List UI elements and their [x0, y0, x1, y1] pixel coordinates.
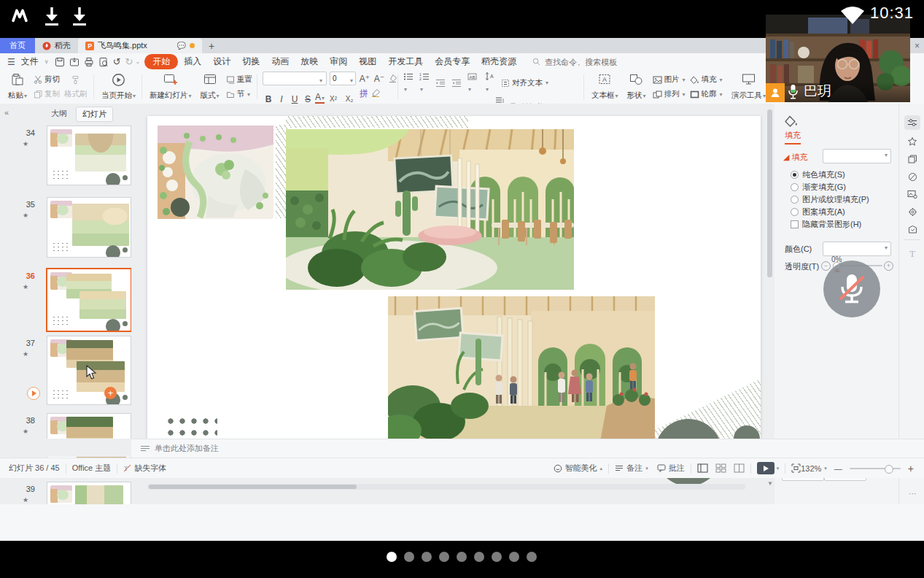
- undo-icon[interactable]: ↺: [113, 56, 121, 67]
- numbered-list-icon[interactable]: 12: [419, 72, 430, 94]
- format-painter-button[interactable]: 格式刷: [64, 88, 88, 101]
- page-indicator-dot[interactable]: [404, 552, 414, 562]
- interior-render-1[interactable]: [286, 129, 574, 290]
- line-spacing-icon[interactable]: A: [485, 72, 495, 94]
- menu-design[interactable]: 设计: [207, 54, 236, 69]
- strikethrough-button[interactable]: S: [302, 94, 314, 104]
- paste-button[interactable]: 粘贴: [6, 72, 29, 101]
- play-options-caret[interactable]: ▾: [777, 466, 780, 471]
- color-dropdown[interactable]: [823, 242, 891, 256]
- radio-gradient-fill[interactable]: [791, 183, 799, 191]
- layout-button[interactable]: 版式: [198, 72, 222, 101]
- increase-font-icon[interactable]: A⁺: [359, 74, 370, 84]
- page-indicator-dot[interactable]: [474, 552, 484, 562]
- insert-slide-here-button[interactable]: +: [104, 387, 117, 399]
- collapse-panel-icon[interactable]: «: [4, 108, 9, 117]
- zoom-level[interactable]: 132%▾: [801, 464, 827, 473]
- tab-home[interactable]: 首页: [0, 38, 35, 53]
- hide-background-checkbox[interactable]: [791, 220, 799, 228]
- menu-transition[interactable]: 切换: [236, 54, 265, 69]
- object-properties-icon[interactable]: [904, 115, 920, 130]
- char-spacing-icon[interactable]: AB: [467, 72, 479, 94]
- h-scroll-thumb[interactable]: [149, 485, 357, 489]
- underline-button[interactable]: U: [289, 94, 300, 104]
- menu-docer-resources[interactable]: 稻壳资源: [475, 54, 522, 69]
- subscript-button[interactable]: X₂: [342, 95, 357, 103]
- thumbnail-canvas[interactable]: [47, 197, 131, 258]
- page-indicator-dot[interactable]: [527, 552, 537, 562]
- notes-bar[interactable]: 单击此处添加备注: [131, 439, 924, 458]
- redo-caret-icon[interactable]: ⌄: [135, 58, 140, 65]
- page-indicator-dot[interactable]: [492, 552, 502, 562]
- v-scroll-thumb[interactable]: [767, 109, 772, 277]
- menu-home[interactable]: 开始: [144, 54, 178, 69]
- increase-indent-icon[interactable]: [451, 79, 462, 88]
- text-box-button[interactable]: A 文本框: [589, 72, 621, 101]
- command-search[interactable]: [532, 57, 641, 67]
- zoom-slider-thumb[interactable]: [885, 465, 893, 474]
- outline-button[interactable]: 轮廓: [690, 88, 723, 101]
- fit-slide-icon[interactable]: [791, 463, 801, 473]
- present-tools-button[interactable]: 演示工具: [729, 72, 768, 101]
- menu-review[interactable]: 审阅: [324, 54, 353, 69]
- bold-button[interactable]: B: [263, 94, 274, 104]
- download-icon[interactable]: [42, 6, 61, 26]
- decrease-indent-icon[interactable]: [435, 79, 446, 88]
- zoom-slider[interactable]: [850, 468, 901, 469]
- zoom-out-button[interactable]: —: [834, 464, 842, 473]
- mute-microphone-button[interactable]: [823, 261, 880, 317]
- reading-view-icon[interactable]: [734, 463, 745, 473]
- normal-view-icon[interactable]: [697, 463, 708, 473]
- fill-button[interactable]: 填充: [690, 73, 723, 86]
- tab-docer[interactable]: 稻壳: [35, 38, 78, 53]
- page-indicator-dot[interactable]: [439, 552, 449, 562]
- download-icon[interactable]: [70, 6, 89, 26]
- new-tab-button[interactable]: +: [202, 38, 221, 53]
- picture-button[interactable]: 图片: [653, 73, 686, 86]
- zoom-in-button[interactable]: +: [908, 463, 914, 474]
- thumbnail-canvas[interactable]: [47, 126, 131, 185]
- slide-thumbnail-37[interactable]: 37 ★ +: [0, 336, 131, 404]
- image-edit-icon[interactable]: [904, 187, 920, 201]
- theme-name[interactable]: Office 主题: [72, 463, 112, 474]
- fill-panel-tab[interactable]: 填充: [785, 130, 801, 144]
- export-icon[interactable]: [69, 57, 79, 67]
- page-indicator-dot[interactable]: [457, 552, 467, 562]
- next-slide-arrow[interactable]: ▼: [767, 480, 773, 487]
- close-window-icon[interactable]: ×: [915, 41, 920, 51]
- arrange-button[interactable]: 排列: [653, 88, 686, 101]
- page-indicator-dot[interactable]: [387, 552, 397, 562]
- missing-fonts-button[interactable]: T 缺失字体: [123, 463, 166, 474]
- font-size-select[interactable]: [330, 72, 356, 85]
- cut-button[interactable]: 剪切: [34, 73, 60, 86]
- slide-thumbnail-34[interactable]: 34 ★: [0, 126, 131, 184]
- radio-pattern-fill[interactable]: [791, 208, 799, 216]
- font-color-button[interactable]: A: [315, 93, 325, 104]
- shapes-button[interactable]: 形状: [625, 72, 648, 101]
- section-button[interactable]: 节: [226, 88, 252, 101]
- horizontal-scrollbar[interactable]: [147, 484, 745, 490]
- floorplan-image[interactable]: [158, 126, 273, 219]
- gradient-fill-label[interactable]: 渐变填充(G): [802, 182, 846, 193]
- print-icon[interactable]: [84, 57, 94, 67]
- smart-beautify-button[interactable]: 智能美化▴: [554, 463, 603, 474]
- radio-picture-fill[interactable]: [791, 196, 799, 204]
- slide-36[interactable]: [147, 116, 761, 463]
- notes-toggle-button[interactable]: 备注▾: [615, 463, 648, 474]
- play-from-page-button[interactable]: 当页开始: [99, 72, 138, 101]
- transparency-minus-button[interactable]: −: [821, 261, 831, 271]
- thumbnail-canvas[interactable]: [46, 268, 132, 332]
- menu-file[interactable]: 文件: [15, 54, 44, 69]
- interior-render-2[interactable]: [388, 296, 655, 445]
- decrease-font-icon[interactable]: A⁻: [373, 74, 385, 84]
- effects-star-icon[interactable]: [904, 134, 920, 149]
- slide-thumbnail-36-selected[interactable]: 36 ★: [0, 269, 131, 330]
- align-text-button[interactable]: 对齐文本: [501, 77, 548, 90]
- app-logo-icon[interactable]: [10, 6, 29, 25]
- settings-gear-icon[interactable]: [904, 204, 920, 219]
- tab-document[interactable]: P 飞鸟鸣集.pptx 💬: [78, 38, 202, 53]
- archive-box-icon[interactable]: [904, 222, 920, 236]
- italic-button[interactable]: I: [276, 94, 287, 104]
- menu-member[interactable]: 会员专享: [429, 54, 475, 69]
- menu-insert[interactable]: 插入: [178, 54, 207, 69]
